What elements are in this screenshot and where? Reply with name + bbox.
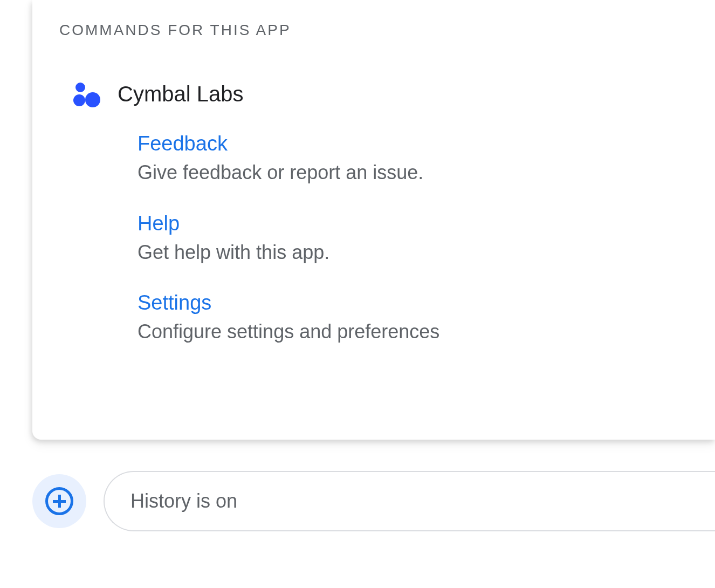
compose-input[interactable]: History is on	[104, 471, 715, 531]
command-title: Help	[138, 212, 688, 235]
command-description: Configure settings and preferences	[138, 319, 688, 345]
command-title: Feedback	[138, 132, 688, 155]
section-header: COMMANDS FOR THIS APP	[59, 22, 688, 39]
command-description: Get help with this app.	[138, 240, 688, 266]
app-name: Cymbal Labs	[118, 82, 243, 106]
add-button[interactable]	[32, 474, 86, 528]
compose-row: History is on	[32, 471, 715, 531]
app-header-row: Cymbal Labs	[75, 82, 688, 106]
commands-popup-panel: COMMANDS FOR THIS APP Cymbal Labs Feedba…	[32, 0, 715, 440]
compose-placeholder: History is on	[130, 490, 237, 512]
command-title: Settings	[138, 291, 688, 314]
command-description: Give feedback or report an issue.	[138, 160, 688, 186]
command-help[interactable]: Help Get help with this app.	[138, 212, 688, 266]
command-settings[interactable]: Settings Configure settings and preferen…	[138, 291, 688, 345]
plus-icon	[45, 487, 73, 515]
cymbal-labs-icon	[75, 83, 102, 106]
command-feedback[interactable]: Feedback Give feedback or report an issu…	[138, 132, 688, 186]
commands-list: Feedback Give feedback or report an issu…	[138, 132, 688, 345]
